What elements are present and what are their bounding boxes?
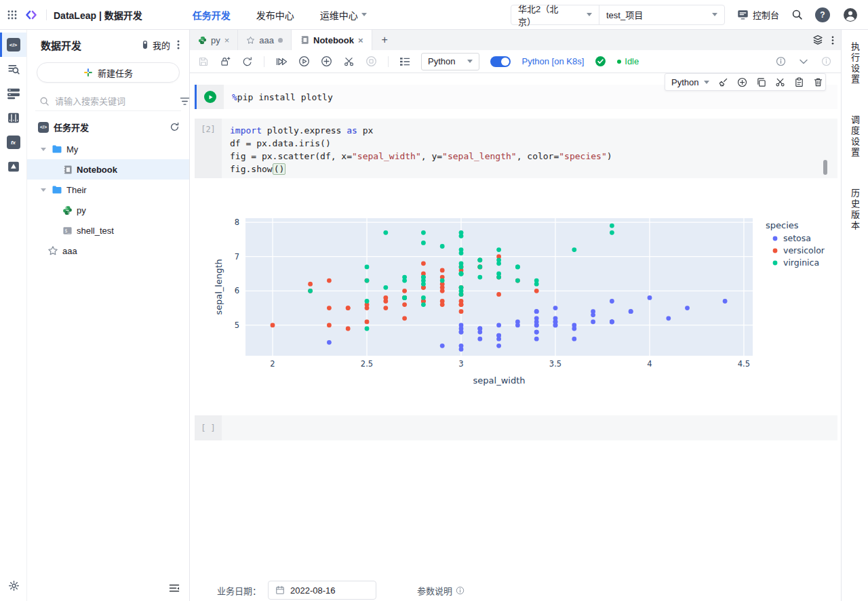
cut-cell-icon[interactable] bbox=[343, 56, 355, 67]
mine-filter-toggle[interactable]: 我的 bbox=[140, 39, 170, 51]
rail-item-task-list[interactable] bbox=[0, 81, 26, 106]
info-icon[interactable] bbox=[776, 56, 786, 66]
notebook-icon bbox=[62, 165, 73, 175]
tree-item-notebook[interactable]: Notebook bbox=[27, 159, 189, 180]
cell-gutter: [ ] bbox=[195, 415, 222, 440]
tab-py[interactable]: py × bbox=[190, 30, 238, 50]
app-title: DataLeap | 数据开发 bbox=[54, 8, 142, 22]
kebab-menu-icon[interactable] bbox=[177, 39, 180, 50]
iris-scatter-svg[interactable]: 22.533.544.55678sepal_widthsepal_lengths… bbox=[203, 206, 841, 396]
tab-label: Notebook bbox=[313, 35, 354, 45]
settings-gear-icon[interactable] bbox=[0, 575, 27, 596]
tree-folder-their[interactable]: Their bbox=[35, 180, 181, 200]
run-all-icon[interactable] bbox=[275, 57, 288, 66]
tree-item-py[interactable]: py bbox=[35, 200, 181, 220]
rail-item-explore[interactable] bbox=[0, 57, 26, 81]
code-line: fig = px.scatter(df, x="sepal_width", y=… bbox=[230, 150, 829, 163]
run-cell-icon[interactable] bbox=[298, 56, 310, 67]
nav-ops-center[interactable]: 运维中心 bbox=[320, 8, 367, 22]
kebab-menu-icon[interactable] bbox=[831, 35, 834, 45]
region-select[interactable]: 华北2（北京） bbox=[511, 5, 599, 24]
folder-icon bbox=[52, 144, 62, 154]
lock-add-icon[interactable] bbox=[220, 56, 231, 67]
fx-icon: fx bbox=[7, 136, 20, 149]
kernel-select[interactable]: Python bbox=[421, 53, 479, 70]
cell-kernel-select[interactable]: Python bbox=[671, 77, 709, 87]
cell-gutter bbox=[197, 85, 224, 109]
region-select-value: 华北2（北京） bbox=[518, 2, 570, 28]
add-cell-icon[interactable] bbox=[737, 77, 747, 87]
info-icon-disabled bbox=[821, 56, 831, 66]
project-select[interactable]: test_项目 bbox=[599, 5, 724, 24]
exec-settings-tab[interactable]: 执行设置 bbox=[848, 42, 861, 85]
tree-item-aaa[interactable]: aaa bbox=[35, 241, 181, 261]
console-icon bbox=[737, 9, 749, 20]
search-input[interactable] bbox=[55, 96, 174, 106]
schedule-settings-tab[interactable]: 调度设置 bbox=[848, 115, 861, 159]
paste-cell-icon[interactable] bbox=[794, 77, 804, 87]
section-task-dev: </> 任务开发 bbox=[35, 117, 181, 138]
chevron-down-icon[interactable] bbox=[800, 59, 808, 64]
code-line: fig.show() bbox=[230, 163, 829, 175]
toolbar-divider bbox=[388, 56, 389, 67]
empty-cell[interactable]: [ ] bbox=[195, 415, 837, 440]
panel-title: 数据开发 bbox=[41, 38, 81, 52]
submit-icon[interactable] bbox=[241, 56, 253, 67]
close-icon[interactable]: × bbox=[224, 36, 230, 45]
clear-output-broom-icon[interactable] bbox=[718, 77, 728, 87]
top-header: DataLeap | 数据开发 任务开发 发布中心 运维中心 华北2（北京） t… bbox=[0, 0, 868, 30]
layers-icon[interactable] bbox=[812, 35, 823, 45]
code-editor[interactable]: import plotly.express as pxdf = px.data.… bbox=[222, 119, 837, 178]
app-grid-icon[interactable] bbox=[7, 9, 18, 20]
rail-item-datasail[interactable] bbox=[0, 154, 26, 179]
help-icon[interactable]: ? bbox=[815, 7, 830, 22]
svg-text:sepal_length: sepal_length bbox=[214, 259, 224, 315]
runtime-toggle[interactable] bbox=[490, 56, 511, 67]
rail-item-data-dev[interactable]: </> bbox=[0, 33, 26, 57]
params-help-label: 参数说明 bbox=[417, 584, 452, 597]
list-icon bbox=[7, 87, 20, 100]
delete-cell-icon[interactable] bbox=[813, 77, 823, 87]
svg-text:3.5: 3.5 bbox=[549, 359, 561, 369]
svg-text:species: species bbox=[766, 220, 799, 230]
filter-icon[interactable] bbox=[180, 97, 190, 106]
notebook-toolbar: Python Python [on K8s] Idle bbox=[190, 50, 841, 73]
business-date-input[interactable]: 2022-08-16 bbox=[268, 581, 376, 600]
nav-task-dev[interactable]: 任务开发 bbox=[193, 8, 231, 22]
copy-cell-icon[interactable] bbox=[756, 77, 766, 87]
collapse-panel-icon[interactable] bbox=[169, 583, 180, 593]
cut-cell-icon[interactable] bbox=[775, 77, 785, 87]
svg-text:4.5: 4.5 bbox=[738, 359, 750, 369]
new-tab-button[interactable]: + bbox=[372, 30, 397, 50]
nav-publish-center[interactable]: 发布中心 bbox=[256, 8, 294, 22]
caret-down-icon bbox=[41, 188, 46, 192]
tab-aaa[interactable]: aaa bbox=[238, 30, 292, 50]
code-editor[interactable] bbox=[222, 415, 837, 440]
run-cell-button[interactable] bbox=[204, 91, 216, 103]
add-cell-icon[interactable] bbox=[321, 56, 332, 67]
save-icon bbox=[198, 56, 209, 67]
console-button[interactable]: 控制台 bbox=[737, 8, 779, 21]
project-select-value: test_项目 bbox=[606, 8, 643, 21]
tree-item-shell-test[interactable]: $_ shell_test bbox=[35, 220, 181, 241]
refresh-icon[interactable] bbox=[170, 122, 180, 132]
tab-notebook[interactable]: Notebook × bbox=[292, 30, 372, 50]
kernel-ok-icon bbox=[595, 56, 606, 67]
svg-text:7: 7 bbox=[235, 252, 239, 262]
rail-item-resources[interactable] bbox=[0, 106, 26, 130]
history-versions-tab[interactable]: 历史版本 bbox=[848, 188, 861, 232]
code-icon: </> bbox=[7, 38, 20, 51]
python-icon bbox=[62, 205, 73, 215]
rail-item-functions[interactable]: fx bbox=[0, 130, 26, 154]
search-icon[interactable] bbox=[791, 9, 803, 20]
outline-icon[interactable] bbox=[399, 57, 410, 66]
svg-text:versicolor: versicolor bbox=[783, 245, 825, 255]
avatar[interactable] bbox=[842, 7, 859, 23]
close-icon[interactable]: × bbox=[358, 36, 363, 45]
new-task-button[interactable]: 新建任务 bbox=[37, 62, 180, 83]
folder-icon bbox=[52, 184, 62, 195]
params-help[interactable]: 参数说明 bbox=[417, 584, 465, 597]
tree-folder-my[interactable]: My bbox=[35, 139, 181, 159]
scrollbar-thumb[interactable] bbox=[823, 160, 827, 175]
code-cell-2[interactable]: [2] import plotly.express as pxdf = px.d… bbox=[195, 119, 837, 178]
